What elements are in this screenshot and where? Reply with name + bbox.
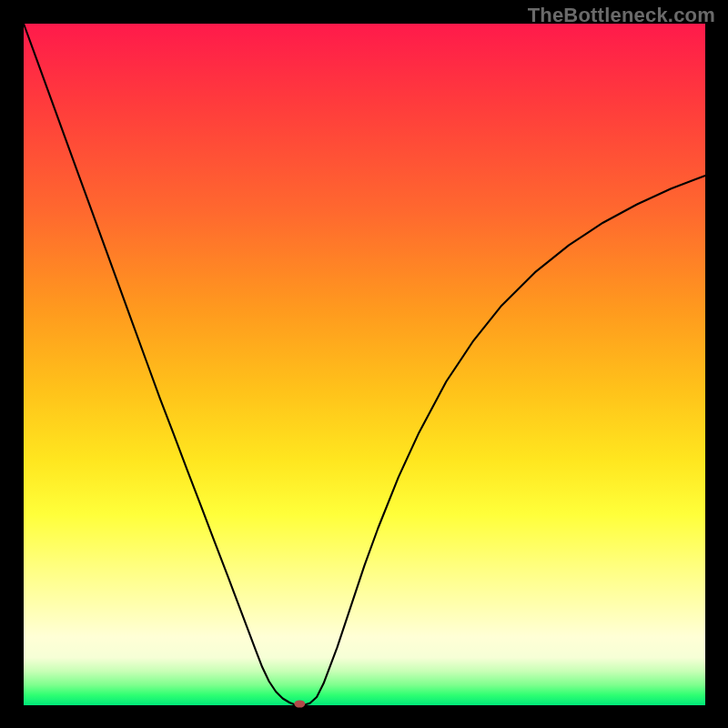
plot-area <box>24 24 705 705</box>
bottleneck-curve-svg <box>24 24 705 705</box>
optimal-point-marker <box>294 700 305 707</box>
bottleneck-curve <box>24 24 705 705</box>
chart-stage: TheBottleneck.com <box>0 0 728 728</box>
